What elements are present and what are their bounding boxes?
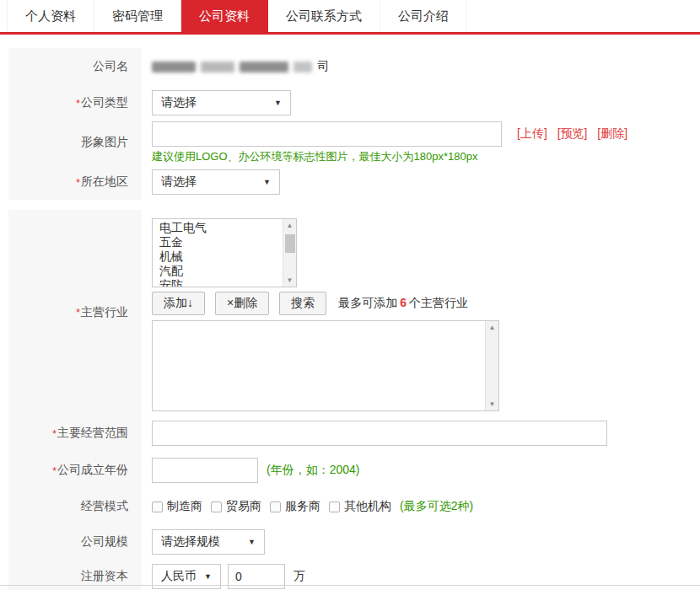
dropdown-arrow-icon: ▼ xyxy=(263,178,271,186)
tab-company-introduction[interactable]: 公司介绍 xyxy=(380,0,467,32)
manufacturer-checkbox[interactable] xyxy=(152,502,163,512)
company-name-row: 公司名 司 xyxy=(0,48,700,85)
industry-option[interactable]: 机械 xyxy=(159,249,296,264)
region-label: * 所在地区 xyxy=(8,164,142,200)
industry-option[interactable]: 五金 xyxy=(159,235,296,249)
founded-year-input[interactable] xyxy=(152,458,258,483)
image-path-input[interactable] xyxy=(152,121,502,147)
founded-year-hint: (年份，如：2004) xyxy=(267,463,359,478)
industry-option[interactable]: 安防 xyxy=(159,278,296,287)
business-model-label: 经营模式 xyxy=(8,489,142,524)
redacted-text xyxy=(201,62,234,72)
tab-bar: 个人资料 密码管理 公司资料 公司联系方式 公司介绍 xyxy=(0,0,700,35)
remove-industry-button[interactable]: ×删除 xyxy=(215,292,269,315)
tab-company-contact[interactable]: 公司联系方式 xyxy=(268,0,380,32)
founded-year-label: * 公司成立年份 xyxy=(8,452,142,489)
checkbox-label: 服务商 xyxy=(285,499,320,514)
delete-link[interactable]: [删除] xyxy=(597,126,627,140)
industry-label: * 主营行业 xyxy=(8,210,142,415)
scroll-up-icon[interactable]: ▲ xyxy=(486,321,498,334)
dropdown-arrow-icon: ▼ xyxy=(204,572,212,581)
scrollbar-thumb[interactable] xyxy=(285,234,295,253)
region-row: * 所在地区 请选择 ▼ xyxy=(0,164,700,200)
checkbox-label: 其他机构 xyxy=(344,499,391,514)
capital-unit: 万 xyxy=(293,569,305,584)
company-size-label: 公司规模 xyxy=(8,524,142,560)
scrollbar[interactable]: ▲ ▼ xyxy=(485,321,498,410)
tab-password-management[interactable]: 密码管理 xyxy=(94,0,181,32)
industry-options-list[interactable]: 电工电气 五金 机械 汽配 安防 ▲ ▼ xyxy=(152,218,297,287)
tab-personal-profile[interactable]: 个人资料 xyxy=(7,0,94,32)
service-provider-checkbox[interactable] xyxy=(270,502,281,512)
profile-image-label: 形象图片 xyxy=(8,121,142,164)
business-model-row: 经营模式 制造商 贸易商 服务商 其他机构 (最多可选2种) xyxy=(0,489,700,524)
industry-hint: 最多可添加6个主营行业 xyxy=(338,296,468,311)
region-select[interactable]: 请选择 ▼ xyxy=(152,169,280,195)
company-size-select[interactable]: 请选择规模 ▼ xyxy=(152,529,265,555)
scroll-down-icon[interactable]: ▼ xyxy=(486,398,498,410)
scrollbar[interactable]: ▲ ▼ xyxy=(283,219,296,287)
checkbox-label: 制造商 xyxy=(167,499,202,514)
company-name-value: 司 xyxy=(152,59,329,74)
checkbox-label: 贸易商 xyxy=(226,499,261,514)
profile-image-row: 形象图片 [上传] [预览] [删除] 建议使用LOGO、办公环境等标志性图片，… xyxy=(0,121,700,164)
founded-year-row: * 公司成立年份 (年份，如：2004) xyxy=(0,452,700,489)
tab-company-profile[interactable]: 公司资料 xyxy=(181,0,268,32)
company-type-label: * 公司类型 xyxy=(8,85,142,121)
scroll-down-icon[interactable]: ▼ xyxy=(283,274,296,287)
scroll-up-icon[interactable]: ▲ xyxy=(283,219,296,232)
add-industry-button[interactable]: 添加↓ xyxy=(152,292,205,315)
selected-industries-box[interactable]: ▲ ▼ xyxy=(152,320,499,411)
industry-option[interactable]: 汽配 xyxy=(159,264,296,278)
business-model-hint: (最多可选2种) xyxy=(400,499,473,514)
image-hint: 建议使用LOGO、办公环境等标志性图片，最佳大小为180px*180px xyxy=(152,149,477,164)
redacted-text xyxy=(152,62,196,72)
section-divider xyxy=(0,200,700,210)
preview-link[interactable]: [预览] xyxy=(557,126,588,140)
redacted-text xyxy=(240,62,288,72)
dropdown-arrow-icon: ▼ xyxy=(274,99,282,107)
company-name-suffix: 司 xyxy=(317,59,329,74)
business-scope-input[interactable] xyxy=(152,421,607,446)
industry-option[interactable]: 电工电气 xyxy=(159,221,296,235)
upload-link[interactable]: [上传] xyxy=(517,126,547,140)
business-scope-label: * 主要经营范围 xyxy=(8,415,142,452)
industry-row: * 主营行业 电工电气 五金 机械 汽配 安防 ▲ ▼ 添加↓ xyxy=(0,210,700,415)
business-scope-row: * 主要经营范围 xyxy=(0,415,700,452)
other-organization-checkbox[interactable] xyxy=(329,502,340,512)
company-type-select[interactable]: 请选择 ▼ xyxy=(152,90,291,115)
company-size-row: 公司规模 请选择规模 ▼ xyxy=(0,524,700,560)
redacted-text xyxy=(293,62,312,72)
search-industry-button[interactable]: 搜索 xyxy=(279,292,326,315)
bottom-divider xyxy=(0,585,700,586)
company-profile-form: 公司名 司 * 公司类型 请选择 ▼ 形象图片 xyxy=(0,48,700,590)
dropdown-arrow-icon: ▼ xyxy=(248,538,256,546)
company-name-label: 公司名 xyxy=(8,48,142,85)
trader-checkbox[interactable] xyxy=(211,502,222,512)
company-type-row: * 公司类型 请选择 ▼ xyxy=(0,85,700,121)
